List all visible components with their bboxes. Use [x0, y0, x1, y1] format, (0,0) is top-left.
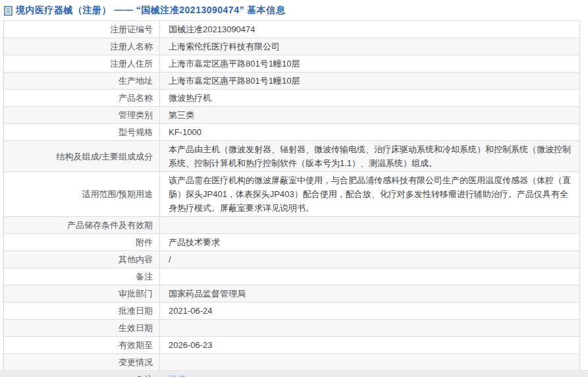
table-row: 附件 产品技术要求: [4, 234, 580, 251]
row-value: 产品技术要求: [160, 234, 580, 251]
row-value: 上海市嘉定区惠平路801号1幢10层: [160, 72, 580, 90]
row-value: [160, 268, 580, 285]
row-label: 注册人名称: [4, 38, 160, 55]
info-table-body: 注册证编号 国械注准20213090474 注册人名称 上海索伦托医疗科技有限公…: [4, 21, 580, 377]
row-label: 管理类别: [4, 107, 160, 124]
table-row: 生产地址 上海市嘉定区惠平路801号1幢10层: [4, 72, 580, 90]
table-row: 备注: [4, 268, 580, 285]
table-row: 有效期至 2026-06-23: [4, 337, 580, 354]
row-label-text: 批准日期: [119, 306, 153, 316]
table-row: 产品名称 微波热疗机: [4, 90, 580, 107]
row-label-text: 生效日期: [119, 323, 153, 333]
table-row: 产品储存条件及有效期: [4, 217, 580, 234]
row-value: 国械注准20213090474: [160, 21, 580, 38]
table-row: 审批部门 国家药品监督管理局: [4, 285, 580, 303]
row-label: 生效日期: [4, 320, 160, 337]
table-row: 生效日期: [4, 320, 580, 337]
row-label-text: 产品名称: [119, 93, 153, 103]
row-label-text: 附件: [136, 237, 153, 247]
row-label-text: 管理类别: [119, 110, 153, 120]
page-title: 境内医疗器械（注册） —— “国械注准20213090474” 基本信息: [16, 5, 285, 16]
row-label-text: 注册人名称: [110, 42, 153, 51]
row-label-text: 其他内容: [119, 254, 153, 264]
table-row: 注册人名称 上海索伦托医疗科技有限公司: [4, 38, 580, 55]
table-row: 批准日期 2021-06-24: [4, 303, 580, 320]
row-label: 批准日期: [4, 303, 160, 320]
row-label: 其他内容: [4, 251, 160, 268]
row-label: 产品名称: [4, 90, 160, 107]
row-label-text: 有效期至: [119, 340, 153, 350]
row-label-text: 产品储存条件及有效期: [67, 220, 153, 230]
row-label-text: 变更情况: [119, 357, 153, 367]
row-label: 有效期至: [4, 337, 160, 354]
row-value: 上海索伦托医疗科技有限公司: [160, 38, 580, 55]
row-label-text: 注: [144, 374, 153, 377]
row-label: 注册证编号: [4, 21, 160, 38]
row-label: 备注: [4, 268, 160, 285]
row-label: 适用范围/预期用途: [4, 172, 160, 217]
row-value: 国家药品监督管理局: [160, 285, 580, 303]
row-label: 产品储存条件及有效期: [4, 217, 160, 234]
row-label: 附件: [4, 234, 160, 251]
row-label-text: 生产地址: [119, 76, 153, 86]
row-value: 第三类: [160, 107, 580, 124]
row-value: 本产品由主机（微波发射器、辐射器、微波传输电缆、治疗床驱动系统和冷却系统）和控制…: [160, 141, 580, 172]
row-label-text: 型号规格: [119, 127, 153, 137]
row-value: 微波热疗机: [160, 90, 580, 107]
page-header: 境内医疗器械（注册） —— “国械注准20213090474” 基本信息: [0, 0, 588, 20]
row-value: 2021-06-24: [160, 303, 580, 320]
footer-strip: [0, 371, 588, 377]
row-label-text: 备注: [136, 272, 153, 281]
row-value: 2026-06-23: [160, 337, 580, 354]
row-label-text: 审批部门: [119, 289, 153, 299]
table-row: 注册证编号 国械注准20213090474: [4, 21, 580, 38]
row-value: [160, 320, 580, 337]
row-value: [160, 354, 580, 371]
document-icon: [4, 6, 13, 16]
table-row: 型号规格 KF-1000: [4, 124, 580, 141]
table-row: 适用范围/预期用途 该产品需在医疗机构的微波屏蔽室中使用，与合肥晶浦传感科技有限…: [4, 172, 580, 217]
row-value: 该产品需在医疗机构的微波屏蔽室中使用，与合肥晶浦传感科技有限公司生产的医用温度传…: [160, 172, 580, 217]
row-label: 注册人住所: [4, 55, 160, 72]
row-value: /: [160, 251, 580, 268]
detail-link[interactable]: 详情: [169, 374, 186, 377]
row-label-text: 注册证编号: [110, 24, 153, 34]
row-value: [160, 217, 580, 234]
row-label: 生产地址: [4, 72, 160, 90]
info-table: 注册证编号 国械注准20213090474 注册人名称 上海索伦托医疗科技有限公…: [3, 20, 580, 377]
table-row: 注册人住所 上海市嘉定区惠平路801号1幢10层: [4, 55, 580, 72]
row-label-text: 适用范围/预期用途: [82, 189, 153, 199]
row-label-text: 结构及组成/主要组成成分: [56, 152, 153, 161]
row-label: 审批部门: [4, 285, 160, 303]
row-label: 结构及组成/主要组成成分: [4, 141, 160, 172]
table-row: 其他内容 /: [4, 251, 580, 268]
table-row: 结构及组成/主要组成成分 本产品由主机（微波发射器、辐射器、微波传输电缆、治疗床…: [4, 141, 580, 172]
page: 境内医疗器械（注册） —— “国械注准20213090474” 基本信息 注册证…: [0, 0, 588, 371]
row-value: 上海市嘉定区惠平路801号1幢10层: [160, 55, 580, 72]
row-label-text: 注册人住所: [110, 59, 153, 69]
table-row: 变更情况: [4, 354, 580, 371]
row-label: 变更情况: [4, 354, 160, 371]
row-label: 型号规格: [4, 124, 160, 141]
table-row: 管理类别 第三类: [4, 107, 580, 124]
row-value: KF-1000: [160, 124, 580, 141]
